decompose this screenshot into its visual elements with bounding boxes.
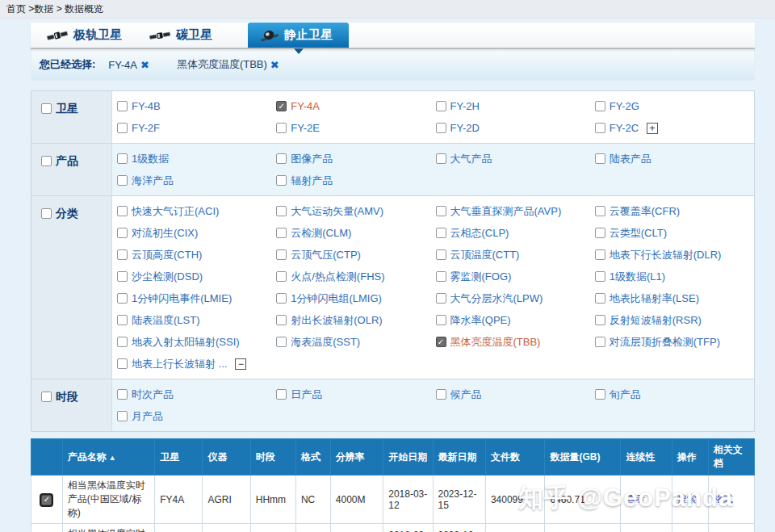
filter-option-fy2g[interactable]: FY-2G	[595, 95, 754, 117]
tab-geostationary-satellite[interactable]: 静止卫星	[248, 23, 349, 48]
checkbox-icon[interactable]	[276, 249, 287, 260]
checkbox-icon[interactable]	[595, 293, 605, 304]
tab-carbon-satellite[interactable]: 碳卫星	[138, 23, 228, 48]
header-resolution[interactable]: 分辨率	[330, 439, 383, 475]
checkbox-icon[interactable]	[117, 206, 128, 216]
expand-plus-button[interactable]: +	[647, 123, 658, 134]
remove-filter-icon[interactable]: ✖	[270, 59, 279, 71]
header-operation[interactable]: 操作	[672, 439, 708, 475]
breadcrumb[interactable]: 首页 >数据 > 数据概览	[0, 0, 775, 19]
header-data-size[interactable]: 数据量(GB)	[545, 439, 621, 475]
filter-option[interactable]: 图像产品	[276, 148, 435, 170]
checkbox-icon[interactable]	[276, 389, 287, 400]
filter-option[interactable]: 反射短波辐射(RSR)	[595, 309, 754, 331]
filter-option[interactable]: 射出长波辐射(OLR)	[276, 309, 435, 331]
checkbox-icon[interactable]	[595, 101, 605, 111]
filter-option[interactable]: 地表入射太阳辐射(SSI)	[117, 331, 276, 353]
filter-option[interactable]: 云顶气压(CTP)	[276, 244, 435, 266]
filter-option-fy2d[interactable]: FY-2D	[436, 117, 595, 139]
checkbox-icon[interactable]	[117, 249, 128, 260]
filter-option[interactable]: 云检测(CLM)	[276, 222, 435, 244]
group-checkbox[interactable]	[41, 156, 52, 166]
filter-option[interactable]: 1级数据	[117, 148, 276, 170]
filter-option[interactable]: 沙尘检测(DSD)	[117, 266, 276, 287]
group-checkbox[interactable]	[41, 103, 52, 114]
checkbox-icon[interactable]	[276, 315, 287, 325]
filter-option-more[interactable]: 地表上行长波辐射 ...−	[117, 353, 276, 375]
filter-option-fy2c[interactable]: FY-2C+	[595, 117, 754, 139]
filter-option[interactable]: 1级数据(L1)	[595, 266, 754, 287]
filter-option[interactable]: 对流层顶折叠检测(TFP)	[595, 331, 754, 353]
collapse-minus-button[interactable]: −	[235, 358, 246, 370]
filter-option[interactable]: 降水率(QPE)	[436, 309, 595, 331]
header-file-count[interactable]: 文件数	[485, 439, 545, 475]
checkbox-icon[interactable]	[117, 153, 128, 164]
filter-option[interactable]: 月产品	[117, 405, 276, 427]
filter-option[interactable]: 云覆盖率(CFR)	[595, 200, 754, 222]
header-satellite[interactable]: 卫星	[155, 439, 203, 475]
checkbox-icon[interactable]	[117, 101, 128, 111]
checkbox-icon[interactable]	[276, 228, 287, 238]
filter-option[interactable]: 大气垂直探测产品(AVP)	[436, 200, 595, 222]
filter-option[interactable]: 地表比辐射率(LSE)	[595, 287, 754, 309]
checkbox-icon[interactable]	[436, 206, 446, 216]
header-period[interactable]: 时段	[250, 439, 295, 475]
checkbox-icon[interactable]	[276, 293, 287, 304]
filter-option[interactable]: 旬产品	[595, 383, 754, 405]
filter-option[interactable]: 雾监测(FOG)	[436, 266, 595, 287]
filter-option-fy2e[interactable]: FY-2E	[276, 117, 435, 139]
checkbox-icon[interactable]	[436, 389, 446, 400]
filter-option[interactable]: 地表下行长波辐射(DLR)	[595, 244, 754, 266]
filter-option[interactable]: 陆表产品	[595, 148, 754, 170]
filter-option-fy4a[interactable]: ✓FY-4A	[276, 95, 435, 117]
checkbox-icon[interactable]	[595, 389, 605, 400]
group-checkbox[interactable]	[41, 208, 52, 219]
checkbox-checked-icon[interactable]: ✓	[436, 337, 446, 347]
checkbox-icon[interactable]	[595, 228, 605, 238]
filter-option[interactable]: 时次产品	[117, 383, 276, 405]
header-product-name[interactable]: 产品名称▲	[62, 439, 154, 475]
checkbox-icon[interactable]	[436, 293, 446, 304]
filter-option[interactable]: 日产品	[276, 383, 435, 405]
filter-option[interactable]: 大气分层水汽(LPW)	[436, 287, 595, 309]
checkbox-icon[interactable]	[117, 315, 128, 325]
checkbox-icon[interactable]	[276, 153, 287, 164]
filter-option-tbb[interactable]: ✓黑体亮度温度(TBB)	[436, 331, 595, 353]
filter-option-fy2h[interactable]: FY-2H	[436, 95, 595, 117]
header-related-docs[interactable]: 相关文档	[708, 439, 754, 475]
checkbox-icon[interactable]	[117, 293, 128, 304]
header-instrument[interactable]: 仪器	[203, 439, 250, 475]
filter-option[interactable]: 云相态(CLP)	[436, 222, 595, 244]
checkbox-icon[interactable]	[436, 153, 446, 164]
checkbox-icon[interactable]	[117, 411, 128, 421]
checkbox-icon[interactable]	[595, 153, 605, 164]
filter-option[interactable]: 云顶温度(CTT)	[436, 244, 595, 266]
checkbox-icon[interactable]	[117, 123, 128, 133]
filter-option[interactable]: 海表温度(SST)	[276, 331, 435, 353]
checkbox-icon[interactable]	[117, 358, 128, 369]
filter-option[interactable]: 候产品	[436, 383, 595, 405]
checkbox-icon[interactable]	[276, 123, 287, 133]
checkbox-icon[interactable]	[117, 228, 128, 238]
checkbox-icon[interactable]	[117, 271, 128, 282]
header-continuity[interactable]: 连续性	[621, 439, 672, 475]
filter-option[interactable]: 火点/热点检测(FHS)	[276, 266, 435, 287]
filter-option[interactable]: 大气运动矢量(AMV)	[276, 200, 435, 222]
checkbox-icon[interactable]	[595, 271, 605, 282]
filter-option-fy2f[interactable]: FY-2F	[117, 117, 276, 139]
checkbox-icon[interactable]	[595, 315, 605, 325]
filter-option[interactable]: 云类型(CLT)	[595, 222, 754, 244]
checkbox-icon[interactable]	[595, 337, 605, 347]
checkbox-icon[interactable]	[436, 315, 446, 325]
checkbox-icon[interactable]	[436, 228, 446, 238]
checkbox-icon[interactable]	[595, 123, 605, 133]
header-format[interactable]: 格式	[295, 439, 330, 475]
checkbox-icon[interactable]	[276, 175, 287, 186]
row-checkbox-checked[interactable]: ✓	[41, 495, 52, 505]
checkbox-icon[interactable]	[276, 206, 287, 216]
filter-option[interactable]: 陆表温度(LST)	[117, 309, 276, 331]
filter-option[interactable]: 快速大气订正(ACI)	[117, 200, 276, 222]
checkbox-icon[interactable]	[595, 249, 605, 260]
remove-filter-icon[interactable]: ✖	[140, 59, 149, 71]
filter-option[interactable]: 大气产品	[436, 148, 595, 170]
